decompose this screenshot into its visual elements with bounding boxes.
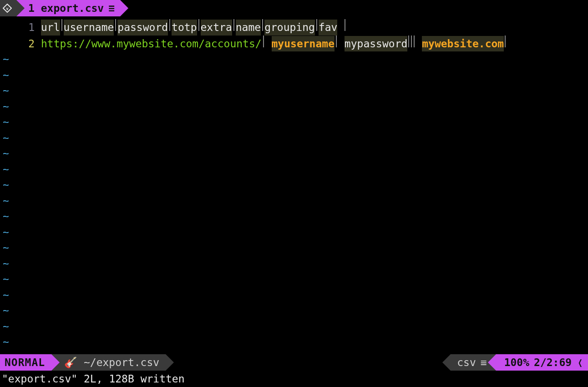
editor-screen: v 1 export.csv ≡ 1urlusernamepasswordtot…: [0, 0, 588, 387]
statusline-spacer: [166, 354, 451, 371]
status-line: NORMAL 🎸 ~/export.csv csv ≡ 100% 2/2:69 …: [0, 354, 588, 371]
empty-line: ~: [0, 51, 588, 67]
file-path: ~/export.csv: [84, 355, 159, 371]
tilde-marker: ~: [0, 162, 9, 178]
file-path-segment: 🎸 ~/export.csv: [51, 354, 166, 371]
empty-line: ~: [0, 287, 588, 303]
csv-cell: https://www.mywebsite.com/accounts/: [41, 36, 262, 52]
code-line[interactable]: 1urlusernamepasswordtotpextranamegroupin…: [0, 19, 588, 36]
empty-line: ~: [0, 83, 588, 99]
csv-separator-icon: [505, 36, 506, 47]
line-col: 2/2:69: [534, 355, 572, 371]
filetype-label: csv: [457, 355, 476, 371]
hamburger-icon: ≡: [481, 355, 487, 371]
tilde-marker: ~: [0, 319, 9, 335]
csv-separator-icon: [115, 19, 116, 31]
csv-separator-icon: [345, 19, 345, 31]
tab-filename: export.csv: [41, 0, 104, 16]
empty-line: ~: [0, 334, 588, 350]
position-segment: 100% 2/2:69 ❮: [496, 354, 588, 371]
csv-cell: fav: [319, 20, 338, 36]
empty-line: ~: [0, 146, 588, 162]
tab-bar: v 1 export.csv ≡: [0, 0, 588, 16]
mode-label: NORMAL: [5, 355, 45, 371]
svg-text:v: v: [6, 6, 9, 11]
chevron-left-icon: ❮: [578, 355, 583, 371]
csv-cell: username: [64, 20, 114, 36]
tilde-marker: ~: [0, 67, 9, 83]
empty-line: ~: [0, 67, 588, 83]
empty-line: ~: [0, 130, 588, 146]
mode-indicator: NORMAL: [0, 354, 51, 371]
csv-cell: mypassword: [345, 36, 407, 52]
empty-line: ~: [0, 319, 588, 335]
hamburger-icon: ≡: [108, 0, 115, 16]
empty-line: ~: [0, 209, 588, 224]
empty-line: ~: [0, 99, 588, 115]
empty-line: ~: [0, 240, 588, 256]
csv-separator-icon: [336, 36, 337, 47]
scroll-percent: 100%: [504, 355, 529, 371]
command-message: "export.csv" 2L, 128B written: [2, 371, 185, 387]
line-content: urlusernamepasswordtotpextranamegrouping…: [41, 19, 346, 36]
tilde-marker: ~: [0, 146, 9, 162]
tab-index: 1: [28, 0, 35, 16]
empty-line: ~: [0, 193, 588, 209]
tilde-marker: ~: [0, 334, 9, 350]
csv-cell: myusername: [272, 36, 335, 52]
empty-line: ~: [0, 303, 588, 319]
tab-active[interactable]: 1 export.csv ≡: [16, 0, 120, 16]
command-line[interactable]: "export.csv" 2L, 128B written: [0, 371, 588, 387]
tilde-marker: ~: [0, 83, 9, 99]
csv-separator-icon: [316, 19, 317, 31]
code-line[interactable]: 2https://www.mywebsite.com/accounts/ myu…: [0, 36, 588, 52]
tilde-marker: ~: [0, 271, 9, 287]
tilde-marker: ~: [0, 224, 9, 240]
csv-separator-icon: [262, 19, 263, 31]
empty-line: ~: [0, 162, 588, 178]
csv-separator-icon: [408, 36, 409, 47]
tilde-marker: ~: [0, 209, 9, 224]
csv-separator-icon: [169, 19, 170, 31]
line-number: 1: [0, 20, 41, 36]
csv-cell: mywebsite.com: [422, 36, 504, 52]
csv-cell: grouping: [264, 20, 315, 36]
tilde-marker: ~: [0, 256, 9, 272]
csv-separator-icon: [411, 36, 412, 47]
csv-cell: url: [41, 20, 60, 36]
tilde-marker: ~: [0, 51, 9, 67]
tilde-marker: ~: [0, 240, 9, 256]
csv-separator-icon: [233, 19, 234, 31]
tilde-marker: ~: [0, 130, 9, 146]
csv-cell: password: [117, 20, 168, 36]
vim-diamond-icon: v: [3, 4, 12, 13]
csv-separator-icon: [414, 36, 415, 47]
tilde-marker: ~: [0, 193, 9, 209]
empty-line: ~: [0, 224, 588, 240]
tilde-marker: ~: [0, 99, 9, 115]
tilde-marker: ~: [0, 177, 9, 193]
csv-separator-icon: [198, 19, 199, 31]
empty-line: ~: [0, 177, 588, 193]
empty-line: ~: [0, 114, 588, 130]
empty-line: ~: [0, 256, 588, 272]
empty-line: ~: [0, 271, 588, 287]
csv-cell: extra: [201, 20, 232, 36]
csv-separator-icon: [61, 19, 62, 31]
vim-logo-icon: v: [0, 0, 16, 16]
editor-body[interactable]: 1urlusernamepasswordtotpextranamegroupin…: [0, 16, 588, 354]
tilde-marker: ~: [0, 114, 9, 130]
tilde-marker: ~: [0, 303, 9, 319]
tilde-marker: ~: [0, 287, 9, 303]
line-content: https://www.mywebsite.com/accounts/ myus…: [41, 36, 507, 52]
csv-cell: totp: [172, 20, 197, 36]
line-number: 2: [0, 36, 41, 52]
guitar-icon: 🎸: [64, 355, 77, 371]
csv-separator-icon: [263, 36, 264, 47]
csv-cell: name: [236, 20, 261, 36]
